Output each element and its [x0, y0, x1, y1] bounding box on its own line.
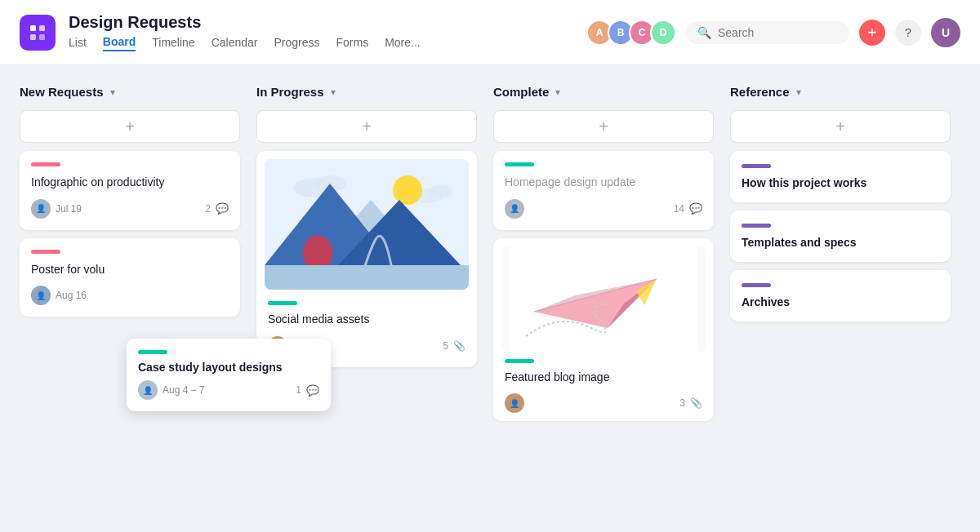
popup-date: Aug 4 – 7 [163, 384, 204, 396]
avatar: 👤 [31, 286, 51, 305]
tab-timeline[interactable]: Timeline [152, 36, 194, 51]
card-meta: 3 📎 [679, 397, 702, 409]
card-homepage[interactable]: Homepage design update 👤 14 💬 [493, 151, 714, 230]
card-tag-green [268, 301, 297, 305]
user-avatar[interactable]: U [931, 18, 960, 47]
search-icon: 🔍 [697, 26, 711, 39]
add-card-in-progress[interactable]: + [256, 110, 477, 143]
add-button[interactable]: + [859, 20, 885, 46]
card-avatar-date: 👤 Aug 16 [31, 286, 87, 305]
add-card-complete[interactable]: + [493, 110, 714, 143]
card-poster[interactable]: Poster for volu 👤 Aug 16 [20, 238, 240, 317]
card-footer-homepage: 👤 14 💬 [505, 199, 702, 219]
paperclip-icon: 📎 [453, 340, 466, 352]
column-header-new-requests: New Requests ▾ [20, 85, 240, 99]
tab-board[interactable]: Board [103, 35, 136, 51]
card-tag-purple [742, 164, 771, 168]
tab-list[interactable]: List [69, 36, 87, 51]
team-avatars[interactable]: A B C D [586, 20, 676, 46]
card-tag-pink [31, 250, 60, 254]
card-templates-specs[interactable]: Templates and specs [730, 211, 951, 262]
card-social-media[interactable]: Social media assets 👤 Monday 5 📎 [256, 151, 477, 367]
search-bar[interactable]: 🔍 [686, 21, 849, 44]
svg-point-9 [393, 175, 422, 205]
avatar: 👤 [31, 199, 51, 219]
card-infographic[interactable]: Infographic on productivity 👤 Jul 19 2 💬 [20, 151, 240, 230]
avatar: 👤 [505, 393, 524, 413]
card-title-blog: Featured blog image [505, 370, 702, 386]
card-meta: 2 💬 [205, 202, 229, 215]
card-tag-pink [31, 162, 60, 166]
comment-count: 2 [205, 203, 211, 215]
avatar-4[interactable]: D [650, 20, 676, 46]
ref-card-title-how: How this project works [742, 176, 939, 189]
column-title-new-requests: New Requests [20, 85, 104, 99]
column-complete: Complete ▾ + Homepage design update 👤 14… [493, 85, 714, 512]
card-archives[interactable]: Archives [730, 270, 951, 321]
chevron-down-icon: ▾ [555, 86, 560, 98]
card-featured-blog[interactable]: Featured blog image 👤 3 📎 [493, 238, 714, 422]
avatar: 👤 [505, 199, 524, 219]
comment-icon: 💬 [306, 384, 319, 397]
comment-count: 1 [296, 384, 301, 396]
column-new-requests: New Requests ▾ + Infographic on producti… [20, 85, 240, 512]
comment-count: 5 [443, 340, 448, 352]
card-avatar-date: 👤 [505, 199, 524, 219]
add-card-reference[interactable]: + [730, 110, 951, 143]
tab-forms[interactable]: Forms [336, 36, 369, 51]
popup-footer: 👤 Aug 4 – 7 1 💬 [138, 380, 319, 400]
column-title-complete: Complete [493, 85, 549, 99]
add-card-new-requests[interactable]: + [20, 110, 240, 143]
popup-tag-teal [138, 350, 167, 354]
card-avatar-date: 👤 Jul 19 [31, 199, 82, 219]
tab-progress[interactable]: Progress [274, 36, 319, 51]
nav-tabs: List Board Timeline Calendar Progress Fo… [69, 35, 573, 51]
card-tag-purple [742, 283, 771, 287]
board: New Requests ▾ + Infographic on producti… [0, 65, 980, 532]
card-meta: 1 💬 [296, 384, 319, 397]
ref-card-title-archives: Archives [742, 295, 939, 308]
card-footer-blog: 👤 3 📎 [505, 393, 702, 413]
paperclip-icon: 📎 [690, 397, 702, 409]
comment-count: 3 [679, 397, 685, 409]
svg-rect-2 [30, 34, 36, 40]
popup-card-case-study[interactable]: Case study layout designs 👤 Aug 4 – 7 1 … [127, 339, 331, 411]
card-meta: 14 💬 [674, 202, 702, 215]
card-footer-infographic: 👤 Jul 19 2 💬 [31, 199, 229, 219]
svg-rect-0 [30, 25, 36, 31]
tab-calendar[interactable]: Calendar [212, 36, 258, 51]
column-title-reference: Reference [730, 85, 790, 99]
comment-icon: 💬 [216, 202, 229, 215]
svg-rect-3 [39, 34, 45, 40]
card-avatar-date: 👤 [505, 393, 524, 413]
search-input[interactable] [718, 26, 832, 39]
app-header: Design Requests List Board Timeline Cale… [0, 0, 980, 65]
comment-icon: 💬 [689, 202, 702, 215]
card-image-blog [501, 246, 706, 352]
column-header-complete: Complete ▾ [493, 85, 714, 99]
header-right: A B C D 🔍 + ? U [586, 18, 960, 47]
chevron-down-icon: ▾ [110, 86, 115, 98]
help-button[interactable]: ? [895, 20, 921, 46]
svg-rect-1 [39, 25, 45, 31]
card-meta: 5 📎 [443, 340, 466, 352]
ref-card-title-templates: Templates and specs [742, 236, 939, 249]
tab-more[interactable]: More... [385, 36, 421, 51]
card-footer-poster: 👤 Aug 16 [31, 286, 229, 305]
app-icon [20, 15, 56, 51]
chevron-down-icon: ▾ [796, 86, 801, 98]
card-title-social-media: Social media assets [268, 312, 466, 328]
chevron-down-icon: ▾ [331, 86, 336, 98]
avatar: 👤 [138, 380, 158, 400]
column-in-progress: In Progress ▾ + [256, 85, 477, 512]
card-how-project-works[interactable]: How this project works [730, 151, 951, 202]
comment-count: 14 [674, 203, 684, 215]
column-header-reference: Reference ▾ [730, 85, 951, 99]
column-reference: Reference ▾ + How this project works Tem… [730, 85, 951, 512]
card-title-homepage: Homepage design update [505, 175, 702, 191]
card-title-infographic: Infographic on productivity [31, 175, 229, 191]
project-title: Design Requests [69, 13, 573, 32]
card-image-social-media [265, 159, 469, 290]
column-header-in-progress: In Progress ▾ [256, 85, 477, 99]
svg-point-8 [428, 185, 452, 198]
